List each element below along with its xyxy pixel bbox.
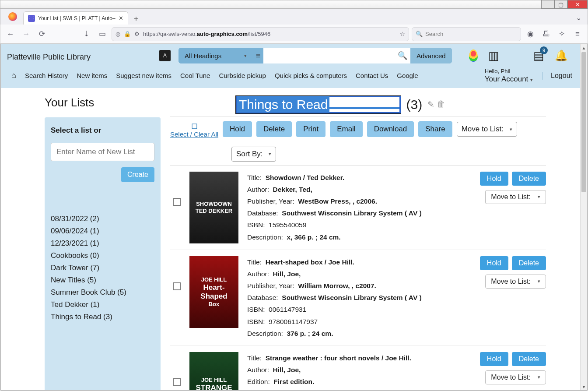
book-cover[interactable]: JOE HILLHeart-ShapedBox: [189, 256, 238, 328]
list-link[interactable]: Ted Dekker (1): [51, 299, 154, 311]
browser-tab-strip: ⋮⋮ Your List | SWLS | PLATT | Auto– ✕ ＋ …: [0, 9, 588, 25]
item-hold-button[interactable]: Hold: [480, 256, 508, 270]
sidebar-title: Your Lists: [45, 96, 161, 109]
new-tab-button[interactable]: ＋: [130, 12, 142, 25]
item-delete-button[interactable]: Delete: [512, 256, 546, 270]
item-hold-button[interactable]: Hold: [480, 352, 508, 366]
delete-list-icon[interactable]: 🗑: [437, 99, 445, 109]
list-link[interactable]: New Titles (5): [51, 274, 154, 286]
sidebar: Your Lists Select a list or Create 08/31…: [45, 96, 161, 390]
item-move-dropdown[interactable]: Move to List:▾: [485, 190, 546, 204]
nav-contact[interactable]: Contact Us: [356, 72, 388, 79]
window-minimize-button[interactable]: —: [541, 0, 554, 9]
sort-by-dropdown[interactable]: Sort By:▾: [231, 147, 276, 162]
item-move-dropdown[interactable]: Move to List:▾: [485, 370, 546, 384]
logout-link[interactable]: Logout: [542, 72, 572, 80]
window-titlebar: — ▢ ✕: [0, 0, 588, 9]
shield-icon[interactable]: ◎: [116, 31, 120, 37]
bookmark-star-icon[interactable]: ☆: [400, 31, 405, 37]
extension-icon[interactable]: ⭳: [80, 28, 93, 41]
item-delete-button[interactable]: Delete: [512, 352, 546, 366]
list-link[interactable]: Cookbooks (0): [51, 250, 154, 262]
nav-curbside[interactable]: Curbside pickup: [219, 72, 266, 79]
list-link[interactable]: 08/31/2022 (2): [51, 213, 154, 225]
browser-search-box[interactable]: 🔍 Search: [412, 27, 521, 41]
scroll-down-icon[interactable]: ▼: [581, 383, 587, 390]
list-content: Things to Read (3) ✎ 🗑 ◻ Select / Clear …: [170, 96, 572, 390]
list-item: JOE HILLHeart-ShapedBox Title: Heart-sha…: [170, 250, 546, 346]
lock-icon[interactable]: 🔒: [124, 31, 131, 37]
item-checkbox[interactable]: [173, 378, 181, 386]
list-link[interactable]: 09/06/2024 (1): [51, 225, 154, 237]
database-icon[interactable]: ≡: [253, 51, 263, 60]
sidebar-select-label: Select a list or: [51, 126, 154, 135]
bulk-move-dropdown[interactable]: Move to List:▾: [457, 122, 517, 137]
scrollbar-thumb[interactable]: [581, 52, 586, 192]
hamburger-menu-icon[interactable]: ≡: [571, 28, 584, 41]
extensions-icon[interactable]: ✧: [555, 28, 568, 41]
bulk-print-button[interactable]: Print: [296, 121, 326, 137]
reload-button[interactable]: ⟳: [35, 28, 49, 41]
item-checkbox[interactable]: [173, 198, 181, 206]
item-checkbox[interactable]: [173, 282, 181, 290]
notifications-icon[interactable]: ▤9: [533, 49, 544, 63]
balloon-icon[interactable]: [469, 49, 478, 62]
list-link[interactable]: Things to Read (3): [51, 311, 154, 323]
item-hold-button[interactable]: Hold: [480, 172, 508, 186]
bulk-share-button[interactable]: Share: [418, 121, 452, 137]
library-search-input[interactable]: [263, 48, 395, 63]
firefox-logo-icon: [8, 12, 17, 21]
library-nav: ⌂ Search History New items Suggest new i…: [4, 63, 572, 88]
new-list-name-input[interactable]: [51, 143, 154, 161]
advanced-search-link[interactable]: Advanced: [410, 48, 452, 63]
search-placeholder: Search: [425, 31, 443, 37]
bulk-delete-button[interactable]: Delete: [256, 121, 292, 137]
home-icon[interactable]: ⌂: [11, 71, 16, 80]
book-cover[interactable]: JOE HILLSTRANGEWEATHER: [189, 352, 238, 390]
bulk-download-button[interactable]: Download: [367, 121, 414, 137]
tabs-dropdown-icon[interactable]: ⌄: [570, 11, 588, 25]
url-text: https://qa-swls-verso.auto-graphics.com/…: [143, 31, 270, 37]
library-name[interactable]: Platteville Public Library: [4, 50, 153, 62]
item-delete-button[interactable]: Delete: [512, 172, 546, 186]
scroll-up-icon[interactable]: ▲: [581, 44, 587, 51]
search-scope-dropdown[interactable]: All Headings▾: [178, 48, 253, 63]
list-count: (3): [406, 97, 422, 112]
list-link[interactable]: Dark Tower (7): [51, 262, 154, 274]
nav-cool-tune[interactable]: Cool Tune: [180, 72, 210, 79]
bulk-email-button[interactable]: Email: [330, 121, 363, 137]
url-bar[interactable]: ◎ 🔒 ⚙ https://qa-swls-verso.auto-graphic…: [112, 27, 409, 41]
permissions-icon[interactable]: ⚙: [134, 31, 140, 37]
select-all-toggle[interactable]: ◻ Select / Clear All: [170, 121, 218, 138]
shelf-icon[interactable]: ▥: [488, 49, 499, 63]
list-title-edit-input[interactable]: Things to Read: [236, 96, 401, 113]
nav-quick-picks[interactable]: Quick picks & computers: [275, 72, 347, 79]
pocket-icon[interactable]: ◉: [524, 28, 537, 41]
tab-close-icon[interactable]: ✕: [119, 15, 123, 21]
forward-button: →: [20, 28, 33, 41]
bell-icon[interactable]: 🔔: [555, 49, 568, 62]
nav-google[interactable]: Google: [397, 72, 418, 79]
back-button[interactable]: ←: [4, 28, 17, 41]
list-link[interactable]: 12/23/2021 (1): [51, 237, 154, 250]
vertical-scrollbar[interactable]: ▲ ▼: [580, 44, 587, 390]
create-list-button[interactable]: Create: [121, 167, 154, 182]
bulk-hold-button[interactable]: Hold: [223, 121, 252, 137]
nav-suggest[interactable]: Suggest new items: [116, 72, 172, 79]
language-icon[interactable]: A: [159, 50, 171, 61]
nav-search-history[interactable]: Search History: [25, 72, 68, 79]
browser-tab-active[interactable]: ⋮⋮ Your List | SWLS | PLATT | Auto– ✕: [23, 11, 128, 25]
item-move-dropdown[interactable]: Move to List:▾: [485, 275, 546, 289]
library-search-button[interactable]: 🔍: [395, 48, 410, 63]
list-item: SHOWDOWNTED DEKKER Title: Showdown / Ted…: [170, 166, 546, 250]
edit-list-icon[interactable]: ✎: [427, 99, 434, 109]
nav-new-items[interactable]: New items: [77, 72, 107, 79]
book-cover[interactable]: SHOWDOWNTED DEKKER: [189, 172, 238, 243]
container-icon[interactable]: ▭: [96, 28, 109, 41]
list-link[interactable]: Summer Book Club (5): [51, 286, 154, 299]
window-maximize-button[interactable]: ▢: [554, 0, 567, 9]
print-icon[interactable]: 🖶: [539, 28, 553, 41]
account-menu[interactable]: Hello, Phil Your Account ▾: [485, 68, 533, 84]
item-metadata: Title: Strange weather : four short nove…: [247, 352, 471, 390]
window-close-button[interactable]: ✕: [567, 0, 588, 9]
